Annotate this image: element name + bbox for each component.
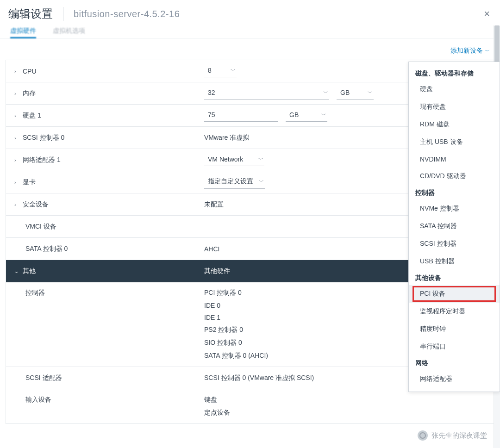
dd-item-precision-clock[interactable]: 精度时钟 xyxy=(409,320,500,338)
add-device-dropdown: 磁盘、驱动器和存储 硬盘 现有硬盘 RDM 磁盘 主机 USB 设备 NVDIM… xyxy=(408,62,500,392)
disk1-unit-select[interactable]: GB ﹀ xyxy=(286,109,327,122)
controller-item: PCI 控制器 0 xyxy=(204,289,242,297)
chevron-down-icon: ﹀ xyxy=(321,112,326,118)
scsi-adapter-label: SCSI 适配器 xyxy=(25,374,62,382)
title-divider xyxy=(63,7,63,21)
dd-item-rdm-disk[interactable]: RDM 磁盘 xyxy=(409,116,500,133)
sata0-value: AHCI xyxy=(204,245,219,253)
memory-unit-select[interactable]: GB ﹀ xyxy=(337,87,374,100)
row-input-devices: 输入设备 键盘 定点设备 xyxy=(6,389,494,423)
dd-item-usb-controller[interactable]: USB 控制器 xyxy=(409,253,500,270)
chevron-down-icon: ﹀ xyxy=(368,89,373,96)
add-device-label: 添加新设备 xyxy=(450,47,483,55)
dialog-header: 编辑设置 bitfusion-server-4.5.2-16 × xyxy=(0,0,500,27)
input-device-item: 定点设备 xyxy=(204,409,230,417)
dd-item-pci-device[interactable]: PCI 设备 xyxy=(409,285,500,303)
dd-item-watchdog[interactable]: 监视程序定时器 xyxy=(409,303,500,320)
expand-icon[interactable]: › xyxy=(14,135,19,141)
controller-item: IDE 1 xyxy=(204,314,220,321)
dd-item-sata-controller[interactable]: SATA 控制器 xyxy=(409,218,500,235)
other-label: 其他 xyxy=(23,267,36,275)
security-value: 未配置 xyxy=(204,200,224,209)
chevron-down-icon: ﹀ xyxy=(485,48,490,55)
dd-item-cddvd[interactable]: CD/DVD 驱动器 xyxy=(409,168,500,185)
dd-section-controller: 控制器 xyxy=(409,185,500,200)
dd-section-storage: 磁盘、驱动器和存储 xyxy=(409,66,500,81)
disk1-size-input[interactable]: 75 xyxy=(204,109,278,122)
expand-icon[interactable]: › xyxy=(14,202,19,207)
network1-select[interactable]: VM Network ﹀ xyxy=(204,154,264,166)
controller-item: IDE 0 xyxy=(204,302,220,309)
expand-icon[interactable]: › xyxy=(14,113,19,118)
expand-icon[interactable]: › xyxy=(14,157,19,163)
dd-item-network-adapter[interactable]: 网络适配器 xyxy=(409,370,500,388)
cpu-label: CPU xyxy=(23,68,37,75)
security-label: 安全设备 xyxy=(23,200,49,209)
memory-value-select[interactable]: 32 ﹀ xyxy=(204,87,329,100)
watermark-text: 张先生的深夜课堂 xyxy=(431,431,487,440)
input-devices-label: 输入设备 xyxy=(25,396,51,404)
watermark: 张先生的深夜课堂 xyxy=(418,430,487,441)
wechat-icon xyxy=(418,430,428,441)
cpu-select[interactable]: 8 ﹀ xyxy=(204,65,237,77)
disk1-label: 硬盘 1 xyxy=(23,112,41,120)
chevron-down-icon: ﹀ xyxy=(258,156,263,163)
dialog-title: 编辑设置 xyxy=(8,6,53,21)
controller-item: PS2 控制器 0 xyxy=(204,326,243,334)
expand-icon[interactable]: › xyxy=(14,91,19,96)
expand-icon[interactable]: › xyxy=(14,68,19,74)
dd-item-nvme-controller[interactable]: NVMe 控制器 xyxy=(409,200,500,218)
sata0-label: SATA 控制器 0 xyxy=(25,245,68,253)
dd-item-serial-port[interactable]: 串行端口 xyxy=(409,338,500,355)
dd-item-existing-disk[interactable]: 现有硬盘 xyxy=(409,98,500,116)
scsi0-value: VMware 准虚拟 xyxy=(204,134,249,142)
close-icon[interactable]: × xyxy=(484,8,490,20)
tab-vm-options[interactable]: 虚拟机选项 xyxy=(53,27,85,38)
scsi-adapter-value: SCSI 控制器 0 (VMware 准虚拟 SCSI) xyxy=(204,374,314,382)
controllers-label: 控制器 xyxy=(25,289,45,297)
dd-item-scsi-controller[interactable]: SCSI 控制器 xyxy=(409,235,500,253)
scsi0-label: SCSI 控制器 0 xyxy=(23,134,64,142)
tab-virtual-hardware[interactable]: 虚拟硬件 xyxy=(10,27,36,38)
network1-label: 网络适配器 1 xyxy=(23,156,61,164)
dd-section-other: 其他设备 xyxy=(409,270,500,285)
chevron-down-icon: ﹀ xyxy=(231,67,236,74)
chevron-down-icon: ﹀ xyxy=(323,89,328,96)
tab-bar: 虚拟硬件 虚拟机选项 xyxy=(0,27,500,38)
toolbar: 添加新设备 ﹀ xyxy=(0,38,500,60)
expand-icon[interactable]: › xyxy=(14,180,19,185)
memory-label: 内存 xyxy=(23,89,36,98)
dd-item-host-usb[interactable]: 主机 USB 设备 xyxy=(409,133,500,151)
other-value: 其他硬件 xyxy=(204,267,230,275)
dd-item-nvdimm[interactable]: NVDIMM xyxy=(409,151,500,168)
dialog-subtitle: bitfusion-server-4.5.2-16 xyxy=(74,9,180,19)
chevron-down-icon: ﹀ xyxy=(259,178,264,185)
dd-section-network: 网络 xyxy=(409,355,500,370)
dd-item-hard-disk[interactable]: 硬盘 xyxy=(409,81,500,98)
vmci-label: VMCI 设备 xyxy=(25,223,56,231)
input-device-item: 键盘 xyxy=(204,396,217,404)
gpu-select[interactable]: 指定自定义设置 ﹀ xyxy=(204,175,265,189)
controller-item: SIO 控制器 0 xyxy=(204,339,242,347)
gpu-label: 显卡 xyxy=(23,178,36,187)
controller-item: SATA 控制器 0 (AHCI) xyxy=(204,352,268,360)
add-device-button[interactable]: 添加新设备 ﹀ xyxy=(450,47,490,55)
collapse-icon[interactable]: ⌄ xyxy=(14,268,19,274)
